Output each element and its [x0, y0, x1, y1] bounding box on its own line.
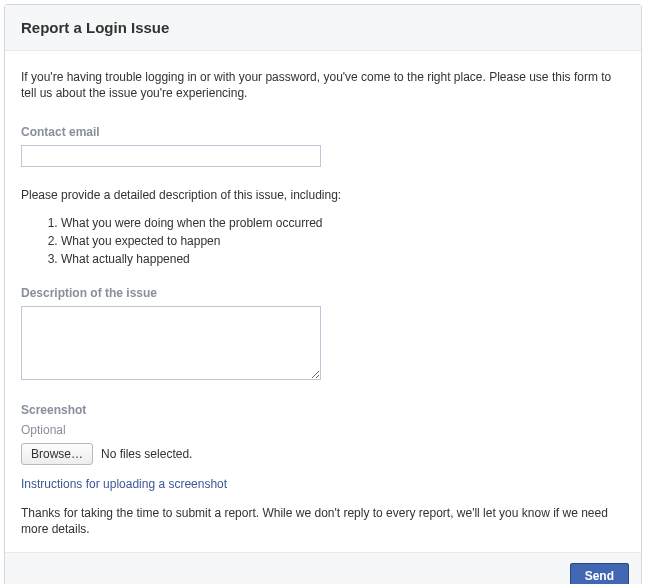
- list-item: What you expected to happen: [61, 232, 625, 250]
- contact-email-label: Contact email: [21, 125, 625, 139]
- no-files-text: No files selected.: [101, 447, 192, 461]
- contact-email-section: Contact email: [21, 125, 625, 167]
- page-title: Report a Login Issue: [21, 19, 625, 36]
- report-login-issue-card: Report a Login Issue If you're having tr…: [4, 4, 642, 584]
- intro-text: If you're having trouble logging in or w…: [21, 69, 625, 101]
- send-button[interactable]: Send: [570, 563, 629, 584]
- description-textarea[interactable]: [21, 306, 321, 380]
- browse-button[interactable]: Browse…: [21, 443, 93, 465]
- contact-email-input[interactable]: [21, 145, 321, 167]
- card-header: Report a Login Issue: [5, 5, 641, 51]
- card-footer: Send: [5, 552, 641, 584]
- screenshot-optional: Optional: [21, 423, 625, 437]
- screenshot-section: Screenshot Optional Browse… No files sel…: [21, 403, 625, 505]
- description-label: Description of the issue: [21, 286, 625, 300]
- instructions-link[interactable]: Instructions for uploading a screenshot: [21, 477, 227, 491]
- description-help-lead: Please provide a detailed description of…: [21, 187, 625, 204]
- screenshot-label: Screenshot: [21, 403, 625, 417]
- list-item: What actually happened: [61, 250, 625, 268]
- card-body: If you're having trouble logging in or w…: [5, 51, 641, 552]
- description-section: Description of the issue: [21, 286, 625, 383]
- file-picker-row: Browse… No files selected.: [21, 443, 625, 465]
- description-help-list: What you were doing when the problem occ…: [61, 214, 625, 268]
- list-item: What you were doing when the problem occ…: [61, 214, 625, 232]
- thanks-text: Thanks for taking the time to submit a r…: [21, 505, 625, 537]
